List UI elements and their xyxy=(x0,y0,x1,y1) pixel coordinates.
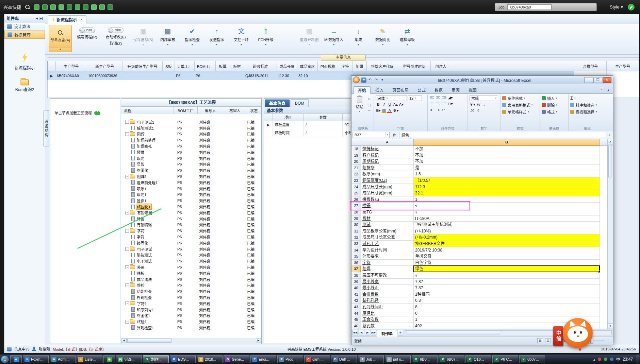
taskbar-button-Foxm[interactable]: ✉Foxm... xyxy=(23,355,49,363)
table-header-cell[interactable]: 成品长度 xyxy=(277,61,297,71)
tree-node[interactable]: 喷涂1 xyxy=(121,186,174,191)
tree-row[interactable]: -电子测试P6刘伟巍已编 xyxy=(121,246,261,252)
tree-node[interactable]: 成品清洗 xyxy=(121,277,174,282)
start-modify-label[interactable]: 启动修改(E) xyxy=(106,34,126,39)
row-number[interactable]: 24 xyxy=(351,184,361,190)
cell-b35[interactable]: 单拼交货 xyxy=(414,253,600,260)
dropdown-arrow-icon[interactable]: ▾ xyxy=(167,43,168,46)
table-header-cell[interactable]: 验收标准 xyxy=(244,61,277,71)
cell-b25[interactable]: 32.1 xyxy=(414,190,600,196)
tree-expand-icon[interactable]: - xyxy=(125,283,129,287)
mascot-overlay[interactable]: 中简 ♥ xyxy=(553,318,595,353)
clock[interactable]: 23:47 xyxy=(623,357,633,362)
row-number[interactable]: 46 xyxy=(351,323,361,329)
cell-b40[interactable]: 7.87 xyxy=(414,285,600,291)
model-query-dropdown[interactable]: ▼ xyxy=(49,47,72,52)
cell-a29[interactable]: 板材 xyxy=(361,215,414,222)
cell-a45[interactable]: 压合次数 xyxy=(361,316,414,323)
tree-expand-icon[interactable]: - xyxy=(125,120,129,124)
dropdown-arrow-icon[interactable]: ▾ xyxy=(265,43,266,46)
cell-a23[interactable]: 铜箔厚度(OZ) xyxy=(361,177,414,184)
sheet-tab[interactable]: 制作单 xyxy=(377,330,397,336)
tree-row[interactable]: 低阻测试1P6刘伟巍已编 xyxy=(121,125,261,131)
font-size-select[interactable]: 12▾ xyxy=(408,95,422,101)
font-grow-icon[interactable]: A▴ xyxy=(393,102,398,107)
cell-b21[interactable]: 是 xyxy=(414,165,600,171)
cell-a30[interactable]: 测试 xyxy=(361,222,414,228)
tree-row[interactable]: -终检1P6刘伟巍已编 xyxy=(121,318,261,325)
taskbar-button-6B07[interactable]: X6B07... xyxy=(439,355,464,363)
currency-icon[interactable]: ￥▾ xyxy=(470,102,475,107)
zoom-in-icon[interactable]: ＋ xyxy=(606,338,610,344)
borders-icon[interactable]: ⊞▾ xyxy=(376,108,381,113)
tree-row[interactable]: -阻焊1P6刘伟巍已编 xyxy=(121,173,261,179)
cell-b19[interactable]: 不加 xyxy=(414,152,600,159)
tree-row[interactable]: 字符P6刘伟巍已编 xyxy=(121,234,261,240)
tree-row[interactable]: 显影P6刘伟巍已编 xyxy=(121,161,261,168)
tree-horizontal-scrollbar[interactable]: ◀ ▶ xyxy=(121,338,261,343)
scroll-up-icon[interactable]: ▲ xyxy=(608,139,613,144)
sidebar-item-design-algorithm[interactable]: 设计算法 xyxy=(4,22,45,31)
copy-icon[interactable]: ▢ xyxy=(366,103,372,107)
prev-sheet-icon[interactable]: ◀ xyxy=(359,330,364,335)
taskbar-button-Admi[interactable]: AAdmi... xyxy=(50,355,76,363)
table-cell[interactable] xyxy=(216,71,230,80)
excel-tab-插入[interactable]: 插入 xyxy=(371,86,388,93)
tab-bom[interactable]: BOM xyxy=(291,99,309,107)
cell-b37[interactable]: 绿色 xyxy=(414,266,600,272)
decrease-decimal-icon[interactable]: .0 xyxy=(475,108,480,113)
toolbar-icon[interactable] xyxy=(83,4,88,10)
dropdown-arrow-icon[interactable]: ▾ xyxy=(216,43,217,46)
phone-icon[interactable] xyxy=(628,4,635,11)
row-number[interactable]: 28 xyxy=(351,209,361,215)
tree-node[interactable]: 功能检查 xyxy=(121,289,174,294)
tree-row[interactable]: -字符P6刘伟巍已编 xyxy=(121,228,261,234)
taskbar-button-Prog[interactable]: PProg... xyxy=(277,355,303,363)
cell-b38[interactable]: √ xyxy=(414,272,600,279)
cell-b39[interactable]: 7.87 xyxy=(414,279,600,285)
row-number[interactable]: 31 xyxy=(351,228,361,235)
tree-row[interactable]: 终固化1P6刘伟巍已编 xyxy=(121,313,261,319)
cell-a22[interactable]: 板厚(mm) xyxy=(361,171,414,177)
tree-expand-icon[interactable]: - xyxy=(125,229,129,233)
table-cell[interactable]: 6B07406XA0 xyxy=(56,71,87,80)
cell-a39[interactable]: 最小线宽 xyxy=(361,279,414,285)
cell-a41[interactable]: 合拼板数 xyxy=(361,291,414,298)
dropdown-arrow-icon[interactable]: ▾ xyxy=(241,43,242,46)
row-number[interactable]: 44 xyxy=(351,310,361,317)
tree-row[interactable]: 外观检查1P6刘伟巍已编 xyxy=(121,325,261,331)
tree-node[interactable]: 终固化 xyxy=(121,168,174,173)
toolbar-icon[interactable] xyxy=(99,4,105,10)
tree-row[interactable]: 曝光P6刘伟巍已编 xyxy=(121,155,261,161)
cell-b29[interactable]: IT-180A xyxy=(414,215,600,222)
cell-b34[interactable]: 2019/7/2 10:38 xyxy=(414,247,600,254)
vertical-scrollbar[interactable]: ▲ ▼ xyxy=(607,139,613,329)
minimize-button[interactable]: — xyxy=(584,77,593,83)
row-number[interactable]: 22 xyxy=(351,171,361,177)
tree-row[interactable]: 阻焊塞孔P6刘伟巍已编 xyxy=(121,143,261,149)
cancel-link[interactable]: 取消(Z) xyxy=(110,40,122,46)
comma-icon[interactable]: , xyxy=(482,102,487,107)
row-number[interactable]: 19 xyxy=(351,152,361,159)
cell-a35[interactable]: 外形要求 xyxy=(361,253,414,260)
tree-node[interactable]: 阻焊前处理1 xyxy=(121,180,174,185)
cell-b43[interactable]: 8 xyxy=(414,304,600,310)
model-query-button[interactable]: 型号查询(F) xyxy=(49,25,72,47)
scrollbar-thumb[interactable] xyxy=(127,339,171,343)
tree-node[interactable]: 预烘 xyxy=(121,150,174,155)
increase-indent-icon[interactable]: ⇥ xyxy=(435,107,440,112)
tree-node[interactable]: -终检 xyxy=(121,282,174,288)
taskbar-button[interactable]: e xyxy=(10,355,22,363)
taskbar-button-[interactable]: X制作... xyxy=(143,355,169,363)
sidebar-item-data-management[interactable]: 数据管理 xyxy=(4,31,45,39)
font-color-icon[interactable]: A xyxy=(387,108,392,113)
write-flow-label[interactable]: 编写流程(R) xyxy=(77,34,97,39)
tree-expand-icon[interactable]: - xyxy=(125,320,129,324)
cell-b42[interactable]: 0.3 xyxy=(414,297,600,304)
cell-a20[interactable]: 周期标记 xyxy=(361,158,414,165)
tree-row[interactable]: -阻焊P6刘伟巍已编 xyxy=(121,131,261,137)
align-top-icon[interactable] xyxy=(429,96,435,100)
toolbar-icon[interactable] xyxy=(108,4,113,10)
dropdown-arrow-icon[interactable]: ▾ xyxy=(309,43,310,46)
cell-b27[interactable]: √ xyxy=(414,203,600,209)
